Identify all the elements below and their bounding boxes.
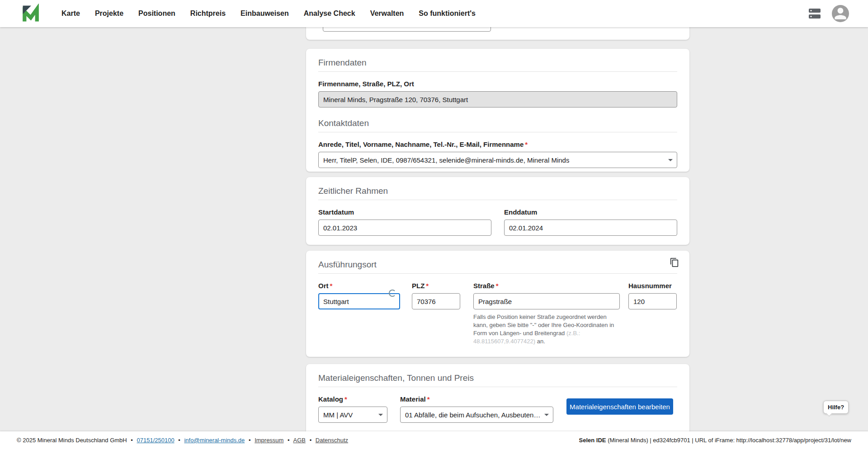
footer-datenschutz-link[interactable]: Datenschutz [316, 437, 348, 444]
nav-item-projekte[interactable]: Projekte [95, 9, 123, 18]
ort-field: Ort* [318, 274, 400, 346]
nav-item-positionen[interactable]: Positionen [138, 9, 175, 18]
main-nav: Karte Projekte Positionen Richtpreis Ein… [61, 9, 476, 18]
nav-item-verwalten[interactable]: Verwalten [370, 9, 404, 18]
divider [318, 132, 677, 132]
kontaktdaten-title: Kontaktdaten [318, 118, 677, 128]
helper-end-text: an. [535, 338, 545, 345]
enddatum-input[interactable] [504, 220, 677, 236]
material-field: Material* 01 Abfälle, die beim Aufsuchen… [400, 387, 553, 423]
footer-separator: • [131, 437, 133, 444]
hilfe-button[interactable]: Hilfe? [823, 401, 849, 414]
contact-select[interactable]: Herr, TitelP, Selen, IDE, 0987/654321, s… [318, 152, 677, 168]
copy-icon[interactable] [669, 257, 680, 268]
footer-user-name: Selen IDE [579, 437, 606, 444]
footer-debug-text: (Mineral Minds) | ed324fcb9701 | URL of … [606, 437, 851, 444]
katalog-label-text: Katalog [318, 395, 343, 403]
company-label-text: Firmenname, Straße, PLZ, Ort [318, 80, 414, 88]
ort-input[interactable] [318, 293, 400, 309]
material-select[interactable]: 01 Abfälle, die beim Aufsuchen, Ausbeute… [400, 407, 553, 423]
chevron-down-icon [668, 159, 673, 161]
logo-icon [21, 4, 41, 23]
nav-item-analyse-check[interactable]: Analyse Check [304, 9, 355, 18]
material-title: Materialeigenschaften, Tonnen und Preis [318, 373, 677, 383]
chevron-down-icon [378, 414, 383, 416]
material-label-text: Material [400, 395, 426, 403]
hilfe-label: Hilfe? [828, 404, 844, 411]
contact-select-value: Herr, TitelP, Selen, IDE, 0987/654321, s… [323, 156, 569, 164]
nav-right-icons [808, 5, 849, 22]
hausnummer-field: Hausnummer [628, 274, 677, 346]
footer-email-link[interactable]: info@mineral-minds.de [184, 437, 245, 444]
katalog-field: Katalog* MM | AVV [318, 387, 387, 423]
chevron-down-icon [544, 414, 549, 416]
katalog-select-value: MM | AVV [323, 411, 353, 419]
startdatum-input[interactable] [318, 220, 491, 236]
footer-separator: • [310, 437, 312, 444]
footer-agb-link[interactable]: AGB [293, 437, 306, 444]
required-asterisk: * [426, 282, 429, 290]
nav-item-einbauweisen[interactable]: Einbauweisen [241, 9, 289, 18]
company-label: Firmenname, Straße, PLZ, Ort [318, 80, 677, 88]
katalog-label: Katalog* [318, 395, 387, 403]
enddatum-field: Enddatum [504, 200, 677, 236]
footer-bar: © 2025 Mineral Minds Deutschland GmbH • … [0, 431, 868, 449]
contact-label-text: Anrede, Titel, Vorname, Nachname, Tel.-N… [318, 140, 524, 148]
loading-spinner-icon [389, 290, 396, 297]
startdatum-field: Startdatum [318, 200, 491, 236]
firmendaten-card: Firmendaten Firmenname, Straße, PLZ, Ort… [306, 49, 689, 172]
material-label: Material* [400, 395, 553, 403]
hausnummer-input[interactable] [628, 293, 677, 309]
top-navigation-bar: Karte Projekte Positionen Richtpreis Ein… [0, 0, 868, 27]
divider [318, 71, 677, 72]
footer-separator: • [288, 437, 290, 444]
helper-main-text: Falls die Position keiner Straße zugeord… [473, 313, 614, 337]
strasse-input[interactable] [473, 293, 620, 309]
katalog-select[interactable]: MM | AVV [318, 407, 387, 423]
footer-separator: • [178, 437, 180, 444]
footer-copyright: © 2025 Mineral Minds Deutschland GmbH [17, 437, 127, 444]
required-asterisk: * [344, 395, 347, 403]
required-asterisk: * [427, 395, 430, 403]
server-icon[interactable] [808, 9, 821, 19]
user-avatar-icon[interactable] [832, 5, 849, 22]
materialeigenschaften-bearbeiten-button[interactable]: Materialeigenschaften bearbeiten [566, 398, 673, 415]
footer-separator: • [249, 437, 251, 444]
nav-item-karte[interactable]: Karte [61, 9, 80, 18]
required-asterisk: * [525, 140, 528, 148]
required-asterisk: * [496, 282, 499, 290]
strasse-label-text: Straße [473, 282, 495, 290]
zeitraum-title: Zeitlicher Rahmen [318, 186, 677, 196]
material-card: Materialeigenschaften, Tonnen und Preis … [306, 364, 689, 441]
strasse-label: Straße* [473, 282, 620, 290]
startdatum-label: Startdatum [318, 208, 491, 216]
mineral-minds-logo[interactable] [21, 4, 41, 23]
zeitlicher-rahmen-card: Zeitlicher Rahmen Startdatum Enddatum [306, 177, 689, 245]
nav-item-so-funktionierts[interactable]: So funktioniert's [419, 9, 476, 18]
ort-label-text: Ort [318, 282, 329, 290]
footer-left: © 2025 Mineral Minds Deutschland GmbH • … [17, 437, 348, 444]
plz-label-text: PLZ [412, 282, 425, 290]
contact-label: Anrede, Titel, Vorname, Nachname, Tel.-N… [318, 140, 677, 149]
strasse-field: Straße* Falls die Position keiner Straße… [473, 274, 620, 346]
company-readonly-input[interactable] [318, 91, 677, 108]
plz-label: PLZ* [412, 282, 460, 290]
nav-item-richtpreis[interactable]: Richtpreis [190, 9, 226, 18]
footer-impressum-link[interactable]: Impressum [255, 437, 283, 444]
ausfuehrungsort-title: Ausführungsort [318, 260, 677, 270]
plz-input[interactable] [412, 293, 460, 309]
strasse-helper-text: Falls die Position keiner Straße zugeord… [473, 313, 620, 346]
ausfuehrungsort-card: Ausführungsort Ort* PLZ* Straße* Fal [306, 251, 689, 357]
required-asterisk: * [330, 282, 333, 290]
material-select-value: 01 Abfälle, die beim Aufsuchen, Ausbeute… [405, 411, 541, 419]
hausnummer-label: Hausnummer [628, 282, 677, 290]
ort-label: Ort* [318, 282, 400, 290]
plz-field: PLZ* [412, 274, 460, 346]
firmendaten-title: Firmendaten [318, 58, 677, 68]
footer-phone-link[interactable]: 07151/250100 [137, 437, 175, 444]
footer-debug-info: Selen IDE (Mineral Minds) | ed324fcb9701… [579, 437, 851, 444]
enddatum-label: Enddatum [504, 208, 677, 216]
